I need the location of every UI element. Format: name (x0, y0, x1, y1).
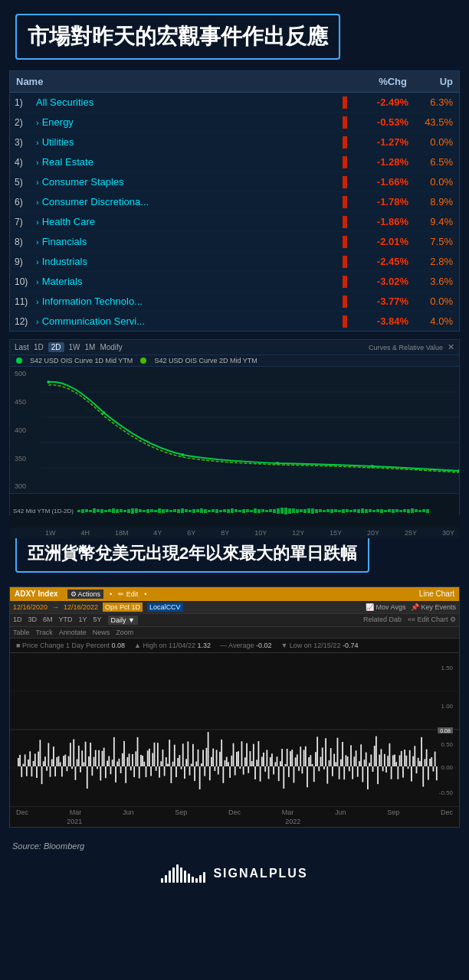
row-name-9[interactable]: 10) › Materials (10, 273, 338, 289)
bb-actions[interactable]: ⚙ Actions (67, 590, 104, 599)
bloomberg-bar (346, 755, 347, 766)
row-bar-8 (343, 256, 347, 268)
bb-table[interactable]: Table (13, 629, 30, 636)
bloomberg-bar (310, 755, 311, 766)
bb-edit-btn[interactable]: «« Edit Chart ⚙ (408, 616, 456, 625)
bb-period-1d[interactable]: 1D (13, 616, 22, 625)
bb-date-from: 12/16/2020 (13, 603, 48, 611)
row-up-9: 3.6% (413, 273, 459, 289)
bloomberg-bar (149, 749, 150, 766)
bloomberg-bar (280, 761, 281, 766)
row-up-3: 6.5% (413, 154, 459, 170)
mini-bar (231, 508, 234, 513)
bb-related[interactable]: Related Dab (363, 616, 402, 625)
bloomberg-bar (19, 755, 21, 766)
chart1-close[interactable]: ✕ (448, 342, 454, 352)
bloomberg-bar (270, 757, 271, 766)
mini-bar (120, 509, 123, 512)
bb-daily[interactable]: Daily ▼ (108, 616, 138, 625)
mini-bars (77, 498, 456, 524)
mini-bar (227, 509, 230, 513)
bloomberg-bar (91, 766, 93, 776)
row-bar-cell-8 (338, 256, 352, 268)
bloomberg-bar (360, 744, 362, 766)
bloomberg-bar (285, 764, 287, 766)
btn-2d[interactable]: 2D (48, 342, 64, 352)
row-bar-cell-7 (338, 236, 352, 248)
bloomberg-bar (235, 766, 236, 776)
row-up-1: 43.5% (413, 114, 459, 130)
bloomberg-bar (359, 761, 360, 766)
bb-period-1y[interactable]: 1Y (79, 616, 87, 625)
bb-period-5y[interactable]: 5Y (93, 616, 102, 625)
row-name-7[interactable]: 8) › Financials (10, 234, 338, 250)
mini-bar (135, 508, 138, 513)
row-name-11[interactable]: 12) › Communication Servi... (10, 313, 338, 329)
bloomberg-bar (105, 766, 107, 778)
legend-dot-1d (16, 358, 22, 364)
svg-text:0.50: 0.50 (441, 741, 454, 748)
bloomberg-bar (313, 766, 315, 782)
bb-period-6m[interactable]: 6M (43, 616, 53, 625)
bloomberg-bar (43, 761, 44, 766)
bloomberg-bar (243, 766, 244, 775)
row-name-10[interactable]: 11) › Information Technolo... (10, 293, 338, 309)
mini-bar (365, 509, 368, 513)
bloomberg-bar (123, 741, 125, 766)
mini-bar (100, 509, 103, 513)
bloomberg-bar (175, 766, 177, 777)
bloomberg-bar (204, 766, 205, 776)
bb-mov-avgs[interactable]: 📈 Mov Avgs (366, 603, 405, 611)
bloomberg-bar (329, 760, 330, 766)
bb-track[interactable]: Track (36, 629, 53, 636)
row-arrow-7: › (36, 237, 39, 247)
bb-key-events[interactable]: 📌 Key Events (411, 603, 456, 611)
mini-bar (181, 508, 184, 513)
row-name-1[interactable]: 2) › Energy (10, 114, 338, 130)
row-name-6[interactable]: 7) › Health Care (10, 214, 338, 230)
bloomberg-bar (34, 753, 36, 766)
bb-zoom[interactable]: Zoom (116, 629, 133, 636)
bb-opt1[interactable]: Ops Pct 1D (103, 603, 143, 612)
bloomberg-bar (399, 755, 401, 766)
row-name-5[interactable]: 6) › Consumer Discretiona... (10, 194, 338, 210)
row-name-0[interactable]: 1) All Securities (10, 94, 338, 110)
row-name-8[interactable]: 9) › Industrials (10, 253, 338, 270)
row-name-3[interactable]: 4) › Real Estate (10, 154, 338, 170)
bb-edit[interactable]: ✏ Edit (118, 590, 138, 598)
chart1-body: 500 450 400 350 300 (10, 367, 459, 493)
legend-label-1d: S42 USD OIS Curve 1D Mid YTM (30, 357, 133, 364)
bb-opt2[interactable]: LocalCCV (147, 603, 183, 612)
mini-bar (311, 508, 314, 514)
mini-bar (192, 509, 195, 513)
mini-bar (300, 509, 303, 512)
table-row: 5) › Consumer Staples -1.66% 0.0% (10, 172, 459, 192)
bb-news[interactable]: News (93, 629, 110, 636)
btn-1w[interactable]: 1W (69, 343, 80, 351)
bloomberg-bar (113, 737, 115, 766)
bloomberg-bar (202, 750, 204, 766)
row-name-4[interactable]: 5) › Consumer Staples (10, 174, 338, 190)
bloomberg-bar (120, 766, 122, 773)
btn-1m[interactable]: 1M (85, 343, 96, 351)
bloomberg-bar (421, 737, 422, 766)
row-bar-cell-3 (338, 156, 352, 168)
bloomberg-bar (214, 766, 215, 771)
mini-bar (112, 508, 115, 513)
row-pct-3: -1.28% (352, 154, 413, 170)
mini-bar (334, 509, 337, 512)
bloomberg-bar (63, 756, 64, 766)
bloomberg-bar (326, 766, 328, 784)
btn-last[interactable]: Last (15, 343, 29, 351)
mini-bar (143, 510, 146, 512)
mini-bar (407, 509, 410, 513)
bb-period-3d[interactable]: 3D (28, 616, 38, 625)
bloomberg-bar (278, 766, 280, 781)
bloomberg-bar (385, 766, 387, 773)
btn-1d[interactable]: 1D (34, 343, 44, 351)
bloomberg-bar (152, 753, 153, 766)
row-name-2[interactable]: 3) › Utilities (10, 134, 338, 150)
bb-period-ytd[interactable]: YTD (59, 616, 73, 625)
bb-annotate[interactable]: Annotate (59, 629, 87, 636)
btn-modify[interactable]: Modify (100, 343, 122, 351)
